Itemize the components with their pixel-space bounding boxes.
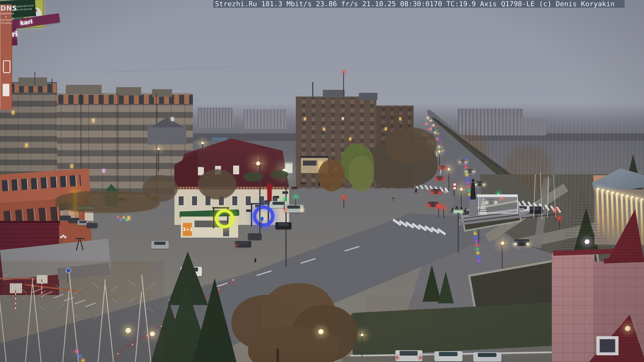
osd-text: Strezhi.Ru 181.3 Mbit/s 23.86 fr/s 21.10… xyxy=(215,0,615,8)
globe-lamps xyxy=(0,0,644,362)
webcam-frame: ВСЕРОССИЙСКИЙ БАНК РАЗВИТИЯ РЕГИОНОВ kar… xyxy=(0,0,644,362)
osd-overlay-bar: Strezhi.Ru 181.3 Mbit/s 23.86 fr/s 21.10… xyxy=(213,0,624,8)
